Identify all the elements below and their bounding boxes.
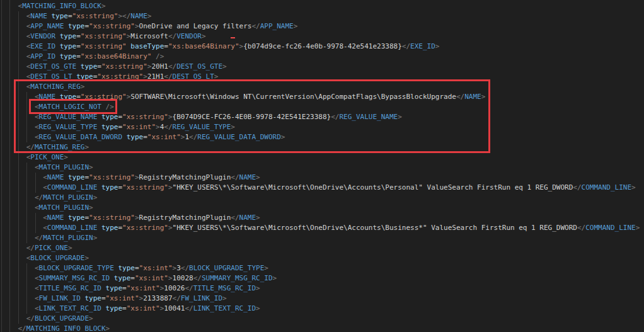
- code-line[interactable]: </PICK_ONE>: [1, 243, 644, 253]
- code-line[interactable]: <MATCH_LOGIC_NOT />: [1, 102, 644, 112]
- code-line[interactable]: <REG_VALUE_DATA_DWORD type="xs:int">1</R…: [1, 132, 644, 142]
- code-line[interactable]: <DEST_OS_LT type="xs:string">21H1</DEST_…: [1, 72, 644, 82]
- code-line[interactable]: <REG_VALUE_TYPE type="xs:int">4</REG_VAL…: [1, 122, 644, 132]
- code-line[interactable]: </MATCHING_REG>: [1, 142, 644, 152]
- code-line[interactable]: <PICK_ONE>: [1, 152, 644, 163]
- code-line[interactable]: <NAME type="xs:string">RegistryMatchingP…: [1, 213, 644, 223]
- code-line[interactable]: <NAME type="xs:string">SOFTWARE\Microsof…: [1, 92, 644, 102]
- code-line[interactable]: <LINK_TEXT_RC_ID type="xs:int">10041</LI…: [1, 304, 644, 314]
- code-line[interactable]: <REG_VALUE_NAME type="xs:string">{B074D9…: [1, 112, 644, 122]
- code-line[interactable]: </MATCH_PLUGIN>: [1, 193, 644, 203]
- code-line[interactable]: <BLOCK_UPGRADE>: [1, 253, 644, 263]
- code-line[interactable]: <NAME type="xs:string"></NAME>: [1, 11, 644, 21]
- code-line[interactable]: </BLOCK_UPGRADE>: [1, 314, 644, 324]
- code-editor[interactable]: <MATCHING_INFO_BLOCK> <NAME type="xs:str…: [0, 0, 644, 332]
- code-line[interactable]: <APP_ID type="xs:base64Binary" />: [1, 52, 644, 62]
- code-line[interactable]: <APP_NAME type="xs:string">OneDrive and …: [1, 21, 644, 31]
- code-line[interactable]: <DEST_OS_GTE type="xs:string">20H1</DEST…: [1, 62, 644, 72]
- code-lines[interactable]: <MATCHING_INFO_BLOCK> <NAME type="xs:str…: [1, 1, 644, 332]
- code-line[interactable]: <EXE_ID type="xs:string" baseType="xs:ba…: [1, 42, 644, 52]
- error-dash-marker: [231, 37, 235, 38]
- code-line[interactable]: <MATCHING_REG>: [1, 82, 644, 92]
- code-line[interactable]: <VENDOR type="xs:string">Microsoft</VEND…: [1, 31, 644, 42]
- code-line[interactable]: <NAME type="xs:string">RegistryMatchingP…: [1, 173, 644, 183]
- code-line[interactable]: <FW_LINK_ID type="xs:int">2133887</FW_LI…: [1, 294, 644, 304]
- code-line[interactable]: <MATCHING_INFO_BLOCK>: [1, 1, 644, 11]
- code-line[interactable]: <TITLE_MSG_RC_ID type="xs:int">10026</TI…: [1, 283, 644, 294]
- code-line[interactable]: <MATCH_PLUGIN>: [1, 203, 644, 213]
- code-line[interactable]: <COMMAND_LINE type="xs:string">"HKEY_USE…: [1, 223, 644, 233]
- code-line[interactable]: </MATCHING_INFO_BLOCK>: [1, 324, 644, 332]
- code-line[interactable]: <BLOCK_UPGRADE_TYPE type="xs:int">3</BLO…: [1, 263, 644, 273]
- code-line[interactable]: <MATCH_PLUGIN>: [1, 163, 644, 173]
- code-line[interactable]: <COMMAND_LINE type="xs:string">"HKEY_USE…: [1, 183, 644, 193]
- code-line[interactable]: <SUMMARY_MSG_RC_ID type="xs:int">10028</…: [1, 273, 644, 283]
- code-line[interactable]: </MATCH_PLUGIN>: [1, 233, 644, 243]
